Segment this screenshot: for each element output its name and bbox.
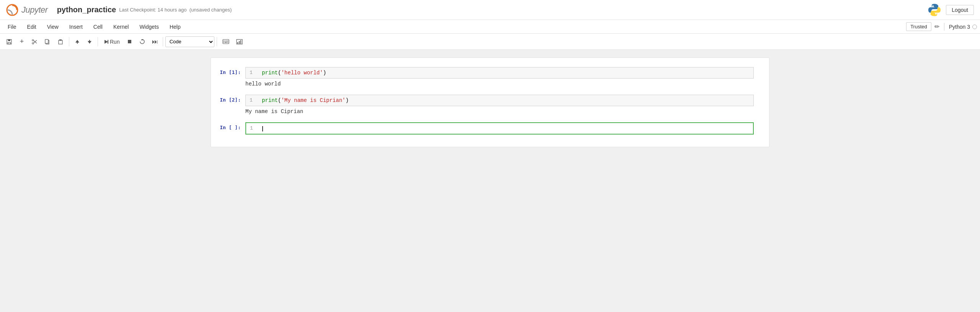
chart-icon — [236, 39, 243, 44]
cell-1-code: print('hello world') — [262, 70, 326, 76]
pencil-icon[interactable]: ✏ — [934, 23, 939, 30]
cursor — [262, 126, 263, 131]
toolbar-sep-3 — [163, 37, 163, 46]
line-num-2: 1 — [250, 97, 256, 103]
svg-point-2 — [935, 13, 937, 15]
cell-3: In [ ]: 1 — [211, 121, 769, 136]
line-num-3: 1 — [250, 125, 256, 131]
cell-1-input[interactable]: 1 print('hello world') — [245, 67, 754, 79]
keyboard-shortcuts-button[interactable] — [219, 36, 232, 48]
keyboard-icon — [222, 39, 229, 44]
cell-2-input[interactable]: 1 print('My name is Ciprian') — [245, 95, 754, 106]
svg-rect-18 — [89, 40, 90, 41]
logout-button[interactable]: Logout — [946, 5, 974, 15]
notebook-container: In [1]: 1 print('hello world') hello wor… — [211, 57, 769, 147]
menu-bar-right: Trusted ✏ Python 3 — [906, 22, 977, 31]
cell-2-label: In [2]: — [211, 95, 245, 103]
arrow-up-icon — [75, 39, 80, 44]
menu-item-cell[interactable]: Cell — [89, 22, 107, 31]
svg-rect-34 — [240, 40, 241, 44]
cell-type-select[interactable]: Code Markdown Raw NBConvert Heading — [165, 36, 214, 47]
kernel-info: Python 3 — [949, 24, 977, 30]
svg-rect-23 — [223, 39, 229, 44]
menu-bar-left: File Edit View Insert Cell Kernel Widget… — [3, 22, 906, 31]
python-logo-icon — [928, 3, 941, 17]
top-bar: Jupyter python_practice Last Checkpoint:… — [0, 0, 980, 20]
cell-1-output-text: hello world — [245, 79, 281, 89]
svg-rect-12 — [45, 39, 48, 43]
svg-point-1 — [932, 5, 934, 7]
stop-icon — [127, 39, 132, 44]
menu-item-widgets[interactable]: Widgets — [135, 22, 163, 31]
svg-rect-28 — [224, 42, 224, 43]
restart-icon — [139, 39, 145, 44]
toolbar-sep-4 — [217, 37, 217, 46]
menu-bar: File Edit View Insert Cell Kernel Widget… — [0, 20, 980, 34]
svg-point-8 — [32, 43, 34, 44]
restart-button[interactable] — [136, 36, 148, 48]
line-num-1: 1 — [250, 70, 256, 76]
notebook-title: python_practice — [57, 5, 116, 14]
run-icon — [104, 39, 108, 44]
svg-marker-17 — [88, 41, 91, 44]
svg-rect-33 — [239, 41, 240, 44]
menu-item-help[interactable]: Help — [165, 22, 185, 31]
fast-forward-icon: ⏭ — [152, 38, 157, 45]
svg-rect-30 — [227, 42, 228, 43]
cell-2-code: print('My name is Ciprian') — [262, 97, 349, 103]
cell-1-label: In [1]: — [211, 67, 245, 75]
add-cell-button[interactable]: + — [16, 36, 28, 48]
logo-area: Jupyter — [6, 4, 48, 16]
checkpoint-info: Last Checkpoint: 14 hours ago (unsaved c… — [119, 7, 232, 13]
svg-marker-15 — [75, 40, 79, 43]
cell-1-output: hello world — [211, 79, 769, 89]
scissors-icon — [31, 39, 38, 45]
trusted-button[interactable]: Trusted — [906, 22, 931, 31]
run-label: Run — [110, 39, 120, 45]
svg-rect-21 — [128, 40, 131, 43]
svg-rect-25 — [225, 41, 225, 41]
toolbar: + Run ⏭ Code Markdown Raw NBConvert — [0, 34, 980, 50]
svg-rect-32 — [237, 42, 238, 44]
menu-item-kernel[interactable]: Kernel — [109, 22, 133, 31]
paste-button[interactable] — [54, 36, 67, 48]
cell-2: In [2]: 1 print('My name is Ciprian') My… — [211, 93, 769, 118]
svg-rect-24 — [224, 41, 224, 41]
cell-1-input-row: In [1]: 1 print('hello world') — [211, 67, 769, 79]
cut-button[interactable] — [28, 36, 41, 48]
paste-icon — [57, 39, 64, 45]
restart-run-all-button[interactable]: ⏭ — [149, 36, 160, 48]
svg-line-9 — [34, 41, 37, 43]
save-button[interactable] — [3, 36, 15, 48]
cell-toolbar-button[interactable] — [233, 36, 246, 48]
kernel-name-label: Python 3 — [949, 24, 970, 30]
cell-3-input[interactable]: 1 — [245, 122, 754, 135]
divider — [944, 23, 944, 31]
move-up-button[interactable] — [72, 36, 83, 48]
svg-rect-6 — [8, 43, 10, 44]
menu-item-view[interactable]: View — [42, 22, 63, 31]
top-bar-right: Logout — [928, 3, 974, 17]
svg-point-7 — [32, 39, 34, 41]
menu-item-edit[interactable]: Edit — [23, 22, 41, 31]
stop-button[interactable] — [124, 36, 136, 48]
copy-button[interactable] — [41, 36, 54, 48]
move-down-button[interactable] — [84, 36, 95, 48]
menu-item-insert[interactable]: Insert — [65, 22, 87, 31]
cell-2-output: My name is Ciprian — [211, 107, 769, 116]
save-icon — [6, 39, 12, 45]
arrow-down-icon — [87, 39, 92, 44]
svg-rect-27 — [227, 41, 228, 41]
menu-item-file[interactable]: File — [3, 22, 21, 31]
cell-1: In [1]: 1 print('hello world') hello wor… — [211, 66, 769, 90]
jupyter-wordmark: Jupyter — [21, 5, 48, 15]
copy-icon — [44, 39, 51, 45]
svg-rect-29 — [225, 42, 227, 43]
kernel-status-circle — [972, 25, 977, 29]
plus-icon: + — [20, 38, 24, 46]
svg-rect-20 — [108, 40, 108, 44]
cell-2-output-text: My name is Ciprian — [245, 107, 303, 116]
toolbar-sep-2 — [98, 37, 98, 46]
cell-3-code — [262, 125, 263, 131]
run-button[interactable]: Run — [100, 36, 123, 48]
